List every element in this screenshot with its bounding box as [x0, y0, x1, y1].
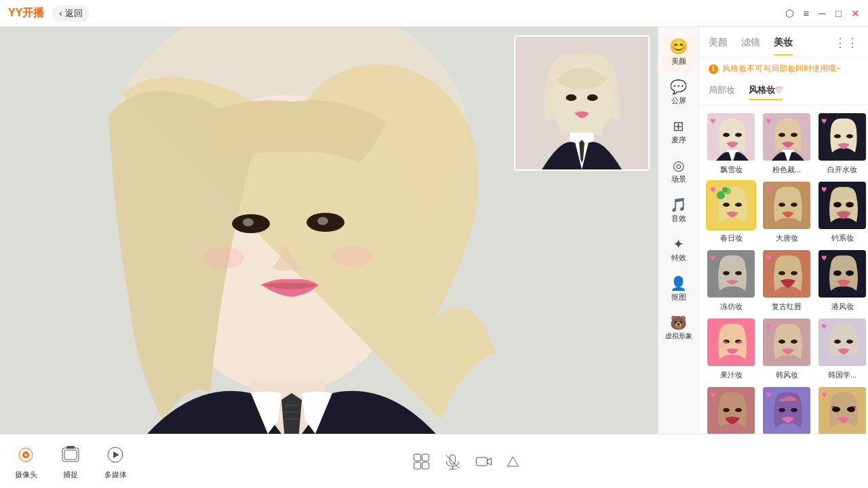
makeup-thumb-13: ♥	[706, 386, 756, 434]
sidebar-item-screen[interactable]: 💬 公屏	[661, 75, 696, 111]
svg-point-51	[735, 271, 742, 275]
svg-point-58	[833, 270, 842, 276]
sidebar-item-beauty[interactable]: 😊 美颜	[661, 34, 696, 72]
cutout-label: 抠图	[671, 292, 686, 302]
minimize-icon[interactable]: ─	[818, 7, 826, 19]
sidebar-item-audio[interactable]: 🎵 音效	[661, 192, 696, 229]
makeup-heart-11: ♥	[766, 321, 771, 331]
beauty-icon: 😊	[669, 39, 688, 54]
makeup-heart-1: ♥	[710, 116, 715, 125]
svg-point-17	[587, 94, 598, 101]
svg-marker-93	[113, 451, 119, 458]
makeup-item-15[interactable]: ♥ 猫眼妆	[817, 386, 867, 434]
camera-area	[0, 27, 658, 434]
makeup-item-13[interactable]: ♥ 红酒妆	[706, 386, 756, 434]
tool-camera[interactable]: 摄像头	[14, 443, 38, 480]
sidebar-icons: 😊 美颜 💬 公屏 ⊞ 麦序 ◎ 场景 🎵 音效 ✦ 特效	[658, 27, 699, 434]
svg-point-68	[778, 340, 785, 344]
window-controls: ⬡ ≡ ─ □ ✕	[785, 7, 860, 20]
sidebar-item-scene[interactable]: ◎ 场景	[661, 153, 696, 190]
screen-label: 公屏	[671, 96, 686, 106]
makeup-item-8[interactable]: ♥ 复古红唇	[762, 249, 812, 312]
makeup-thumb-3: ♥	[817, 112, 867, 162]
makeup-label-3: 白开水妆	[827, 165, 857, 175]
close-icon[interactable]: ✕	[851, 7, 860, 20]
beauty-label: 美颜	[671, 56, 686, 66]
makeup-thumb-7: ♥	[706, 249, 756, 299]
svg-point-5	[243, 218, 254, 226]
makeup-item-7[interactable]: ♥ 冻仿妆	[706, 249, 756, 312]
capture-tool-label: 捕捉	[63, 470, 78, 480]
makeup-item-6[interactable]: ♥ 钓系妆	[817, 180, 867, 243]
makeup-label-2: 粉色裁...	[772, 165, 801, 175]
layout-tool[interactable]	[412, 453, 430, 470]
more-tool[interactable]	[506, 455, 519, 468]
svg-point-27	[791, 133, 797, 137]
makeup-thumb-12: ♥	[817, 317, 867, 367]
svg-point-73	[846, 340, 853, 344]
tool-media[interactable]: 多媒体	[103, 443, 127, 480]
makeup-label-1: 飘雪妆	[720, 165, 743, 175]
scene-icon: ◎	[673, 159, 684, 172]
sidebar-item-cutout[interactable]: 👤 抠图	[661, 271, 696, 308]
makeup-item-4[interactable]: ♥ 春日妆	[706, 180, 756, 243]
tab-makeup[interactable]: 美妆	[774, 37, 793, 56]
sidebar-item-queue[interactable]: ⊞ 麦序	[661, 114, 696, 150]
makeup-heart-4: ♥	[710, 184, 715, 194]
warning-text: 风格妆不可与局部妆同时使用哦~	[722, 63, 841, 75]
tool-capture[interactable]: 捕捉	[58, 443, 83, 480]
svg-point-65	[736, 341, 747, 348]
svg-point-54	[778, 271, 785, 275]
menu-icon[interactable]: ≡	[804, 7, 810, 19]
makeup-item-2[interactable]: ♥ 粉色裁...	[762, 112, 812, 175]
audio-icon: 🎵	[670, 198, 687, 211]
makeup-item-12[interactable]: ♥ 韩国学...	[817, 317, 867, 380]
back-button[interactable]: ‹ 返回	[52, 5, 89, 22]
makeup-item-9[interactable]: ♥ 港风妆	[817, 249, 867, 312]
sidebar-item-avatar[interactable]: 🐻 虚拟形象	[661, 310, 696, 346]
makeup-thumb-9: ♥	[817, 249, 867, 299]
warning-bar: ℹ 风格妆不可与局部妆同时使用哦~	[699, 58, 868, 80]
audio-label: 音效	[671, 214, 686, 224]
sub-tab-local[interactable]: 局部妆	[709, 84, 735, 100]
svg-point-64	[718, 341, 729, 348]
makeup-item-14[interactable]: ♥ 蝴蝶仙紫	[762, 386, 812, 434]
sidebar-item-effects[interactable]: ✦ 特效	[661, 232, 696, 268]
makeup-thumb-10: ♥	[706, 317, 756, 367]
makeup-thumb-6: ♥	[817, 180, 867, 230]
makeup-heart-12: ♥	[821, 321, 827, 331]
video-tool[interactable]	[475, 453, 492, 470]
svg-rect-91	[66, 446, 75, 449]
makeup-thumb-8: ♥	[762, 249, 812, 299]
makeup-item-1[interactable]: ♥ 飘雪妆	[706, 112, 756, 175]
svg-point-88	[24, 453, 27, 456]
scene-label: 场景	[671, 174, 686, 184]
beauty-header: 美颜 滤镜 美妆 ⋮⋮	[699, 27, 868, 58]
makeup-item-5[interactable]: ♥ 大唐妆	[762, 180, 812, 243]
effects-icon: ✦	[673, 237, 684, 251]
svg-point-43	[791, 203, 797, 207]
svg-point-77	[735, 408, 742, 412]
panel-options-icon[interactable]: ⋮⋮	[834, 35, 859, 57]
svg-point-39	[722, 187, 728, 192]
makeup-heart-13: ♥	[710, 390, 715, 399]
sub-tab-style[interactable]: 风格妆♡	[749, 84, 783, 100]
tab-filter[interactable]: 滤镜	[741, 37, 760, 56]
maximize-icon[interactable]: □	[835, 7, 842, 19]
makeup-heart-5: ♥	[766, 184, 771, 194]
svg-rect-95	[422, 454, 429, 461]
svg-point-21	[723, 133, 730, 137]
export-icon[interactable]: ⬡	[785, 7, 794, 20]
makeup-heart-10: ♥	[710, 321, 715, 331]
warning-icon: ℹ	[709, 64, 718, 74]
makeup-item-3[interactable]: ♥ 白开水妆	[817, 112, 867, 175]
makeup-label-12: 韩国学...	[828, 370, 856, 380]
makeup-item-11[interactable]: ♥ 韩风妆	[762, 317, 812, 380]
svg-marker-103	[487, 458, 491, 465]
svg-point-81	[791, 408, 797, 412]
tab-beauty[interactable]: 美颜	[709, 37, 728, 56]
svg-rect-94	[414, 454, 420, 461]
makeup-item-10[interactable]: ♥ 果汁妆	[706, 317, 756, 380]
mute-tool[interactable]	[443, 453, 461, 470]
svg-marker-104	[507, 457, 518, 466]
